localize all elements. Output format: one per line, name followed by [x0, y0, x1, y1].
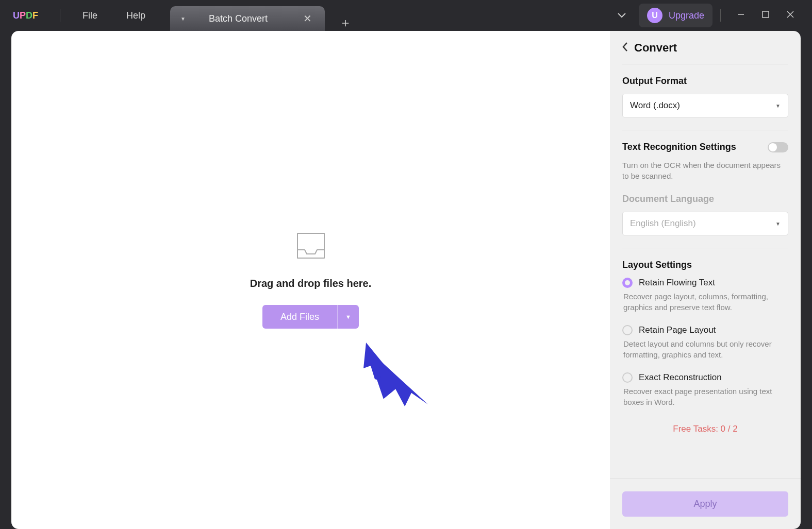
svg-rect-2 — [763, 11, 769, 18]
radio-option-exact: Exact Reconstruction Recover exact page … — [622, 372, 788, 407]
upgrade-label: Upgrade — [669, 10, 704, 21]
radio-label: Exact Reconstruction — [639, 372, 722, 383]
radio-option-flowing: Retain Flowing Text Recover page layout,… — [622, 278, 788, 313]
content: Drag and drop files here. Add Files ▼ Co… — [11, 31, 801, 529]
drop-text: Drag and drop files here. — [250, 278, 372, 289]
close-button[interactable] — [778, 11, 803, 20]
svg-text:UPDF: UPDF — [13, 10, 38, 21]
radio-desc: Recover page layout, columns, formatting… — [623, 291, 788, 313]
radio-desc: Detect layout and columns but only recov… — [623, 338, 788, 360]
sidebar-header: Convert — [610, 31, 801, 64]
minimize-button[interactable] — [728, 11, 753, 20]
ocr-hint: Turn on the OCR when the document appear… — [622, 160, 788, 181]
inbox-icon — [295, 231, 326, 262]
radio-desc: Recover exact page presentation using te… — [623, 386, 788, 407]
convert-sidebar: Convert Output Format Word (.docx) ▼ Tex… — [610, 31, 801, 529]
radio-label: Retain Page Layout — [639, 325, 716, 335]
layout-section: Layout Settings Retain Flowing Text Reco… — [610, 248, 801, 415]
doc-lang-select[interactable]: English (English) ▼ — [622, 212, 788, 235]
tab-close-icon[interactable]: ✕ — [301, 12, 314, 25]
caret-down-icon: ▼ — [775, 221, 781, 227]
upgrade-button[interactable]: U Upgrade — [639, 4, 712, 27]
doc-lang-label: Document Language — [622, 194, 788, 204]
back-chevron-icon[interactable] — [622, 42, 628, 54]
maximize-button[interactable] — [753, 11, 778, 20]
output-format-select[interactable]: Word (.docx) ▼ — [622, 94, 788, 117]
menu-help[interactable]: Help — [112, 10, 160, 21]
tab-title: Batch Convert — [209, 13, 285, 24]
add-files-button[interactable]: Add Files ▼ — [262, 305, 359, 329]
output-format-value: Word (.docx) — [630, 100, 680, 111]
radio-flowing-text[interactable]: Retain Flowing Text — [622, 278, 788, 288]
separator — [720, 9, 721, 22]
layout-label: Layout Settings — [622, 260, 788, 270]
add-files-label: Add Files — [262, 312, 337, 322]
menu-file[interactable]: File — [68, 10, 112, 21]
chevron-down-icon[interactable] — [605, 11, 639, 20]
app-logo: UPDF — [13, 10, 42, 21]
ocr-section: Text Recognition Settings Turn on the OC… — [610, 130, 801, 235]
radio-icon — [622, 325, 633, 335]
radio-label: Retain Flowing Text — [639, 278, 715, 288]
radio-page-layout[interactable]: Retain Page Layout — [622, 325, 788, 335]
sidebar-footer: Apply — [610, 479, 801, 529]
caret-down-icon: ▼ — [775, 103, 781, 109]
toggle-knob — [769, 143, 777, 151]
free-tasks-text: Free Tasks: 0 / 2 — [610, 415, 801, 443]
drop-zone[interactable]: Drag and drop files here. Add Files ▼ — [11, 31, 610, 529]
output-format-label: Output Format — [622, 76, 788, 87]
ocr-header: Text Recognition Settings — [622, 142, 788, 152]
titlebar-right: U Upgrade — [605, 4, 812, 27]
ocr-toggle[interactable] — [768, 142, 788, 152]
radio-option-page-layout: Retain Page Layout Detect layout and col… — [622, 325, 788, 360]
ocr-label: Text Recognition Settings — [622, 142, 736, 152]
radio-icon — [622, 278, 633, 288]
sidebar-title: Convert — [634, 41, 677, 55]
apply-button[interactable]: Apply — [622, 491, 788, 517]
upgrade-icon: U — [647, 8, 662, 23]
tab-dropdown-icon[interactable]: ▼ — [180, 16, 186, 22]
cursor-arrow-icon — [363, 340, 430, 414]
doc-lang-value: English (English) — [630, 218, 696, 229]
output-format-section: Output Format Word (.docx) ▼ — [610, 64, 801, 117]
tab-bar: ▼ Batch Convert ✕ ＋ — [170, 0, 362, 31]
add-files-dropdown-icon[interactable]: ▼ — [337, 305, 359, 329]
tab-batch-convert[interactable]: ▼ Batch Convert ✕ — [170, 6, 325, 31]
radio-icon — [622, 372, 633, 383]
new-tab-button[interactable]: ＋ — [329, 14, 362, 31]
separator — [60, 9, 60, 22]
titlebar: UPDF File Help ▼ Batch Convert ✕ ＋ U Upg… — [0, 0, 812, 31]
radio-exact-reconstruction[interactable]: Exact Reconstruction — [622, 372, 788, 383]
